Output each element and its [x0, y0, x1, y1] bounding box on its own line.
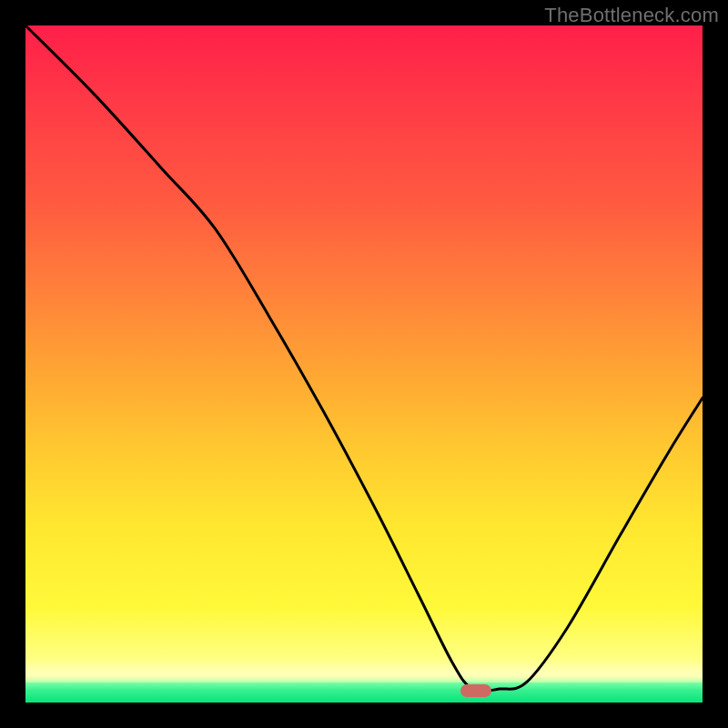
watermark-text: TheBottleneck.com	[544, 4, 719, 27]
chart-frame: TheBottleneck.com	[0, 0, 728, 728]
optimum-marker	[460, 684, 491, 697]
plot-area	[25, 25, 703, 703]
bottleneck-curve	[25, 25, 703, 703]
